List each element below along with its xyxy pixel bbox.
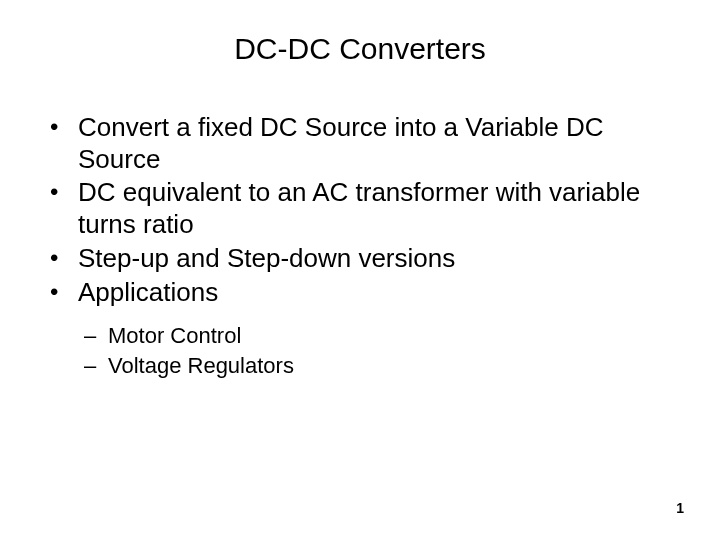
sub-bullet-item: Motor Control: [36, 322, 684, 350]
sub-bullet-item: Voltage Regulators: [36, 352, 684, 380]
slide-title: DC-DC Converters: [36, 32, 684, 66]
bullet-item: Convert a fixed DC Source into a Variabl…: [36, 112, 684, 175]
bullet-item: Step-up and Step-down versions: [36, 243, 684, 275]
sub-bullet-list: Motor Control Voltage Regulators: [36, 322, 684, 379]
page-number: 1: [676, 500, 684, 516]
bullet-item: DC equivalent to an AC transformer with …: [36, 177, 684, 240]
slide: DC-DC Converters Convert a fixed DC Sour…: [0, 0, 720, 540]
bullet-item: Applications: [36, 277, 684, 309]
bullet-list: Convert a fixed DC Source into a Variabl…: [36, 112, 684, 308]
